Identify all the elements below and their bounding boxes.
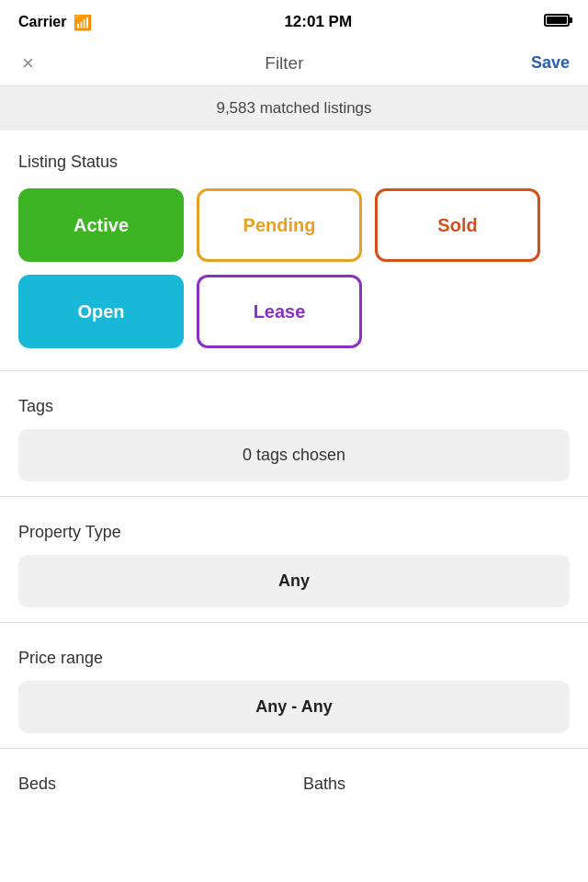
- price-range-button-label: Any - Any: [255, 697, 332, 716]
- wifi-icon: 📶: [74, 14, 92, 31]
- status-btn-lease[interactable]: Lease: [197, 275, 362, 348]
- baths-column: Baths: [303, 775, 570, 794]
- baths-label: Baths: [303, 775, 570, 794]
- status-btn-active[interactable]: Active: [18, 188, 184, 262]
- status-btn-pending[interactable]: Pending: [197, 188, 362, 262]
- status-btn-open-label: Open: [77, 301, 124, 322]
- tags-section: Tags 0 tags chosen: [0, 379, 588, 489]
- beds-baths-section: Beds Baths: [0, 756, 588, 801]
- status-bar: Carrier 📶 12:01 PM: [0, 0, 588, 40]
- tags-button[interactable]: 0 tags chosen: [18, 429, 570, 481]
- price-range-button[interactable]: Any - Any: [18, 681, 570, 733]
- status-buttons-group: Active Pending Sold Open Lease: [18, 188, 570, 348]
- listing-status-title: Listing Status: [18, 153, 570, 172]
- beds-label: Beds: [18, 775, 285, 794]
- status-btn-sold[interactable]: Sold: [375, 188, 540, 262]
- property-type-button[interactable]: Any: [18, 555, 570, 607]
- divider-1: [0, 370, 588, 371]
- time-label: 12:01 PM: [284, 13, 352, 31]
- save-button[interactable]: Save: [531, 53, 570, 73]
- status-btn-open[interactable]: Open: [18, 275, 184, 348]
- battery-indicator: [544, 14, 570, 30]
- divider-3: [0, 622, 588, 623]
- matched-listings-text: 9,583 matched listings: [216, 99, 371, 117]
- nav-title: Filter: [265, 53, 303, 74]
- status-btn-sold-label: Sold: [437, 215, 477, 236]
- tags-title: Tags: [18, 397, 570, 416]
- carrier-label: Carrier: [18, 14, 66, 30]
- price-range-section: Price range Any - Any: [0, 630, 588, 741]
- matched-listings-bar: 9,583 matched listings: [0, 86, 588, 130]
- listing-status-section: Listing Status Active Pending Sold Open …: [0, 130, 588, 363]
- status-btn-active-label: Active: [74, 215, 129, 236]
- divider-4: [0, 748, 588, 749]
- divider-2: [0, 496, 588, 497]
- nav-bar: × Filter Save: [0, 40, 588, 86]
- property-type-title: Property Type: [18, 523, 570, 542]
- price-range-title: Price range: [18, 649, 570, 668]
- property-type-section: Property Type Any: [0, 504, 588, 615]
- property-type-button-label: Any: [278, 571, 310, 590]
- beds-column: Beds: [18, 775, 285, 794]
- carrier-info: Carrier 📶: [18, 14, 92, 31]
- close-button[interactable]: ×: [18, 48, 38, 79]
- status-btn-lease-label: Lease: [254, 301, 306, 322]
- status-btn-pending-label: Pending: [243, 215, 316, 236]
- tags-button-label: 0 tags chosen: [243, 446, 345, 464]
